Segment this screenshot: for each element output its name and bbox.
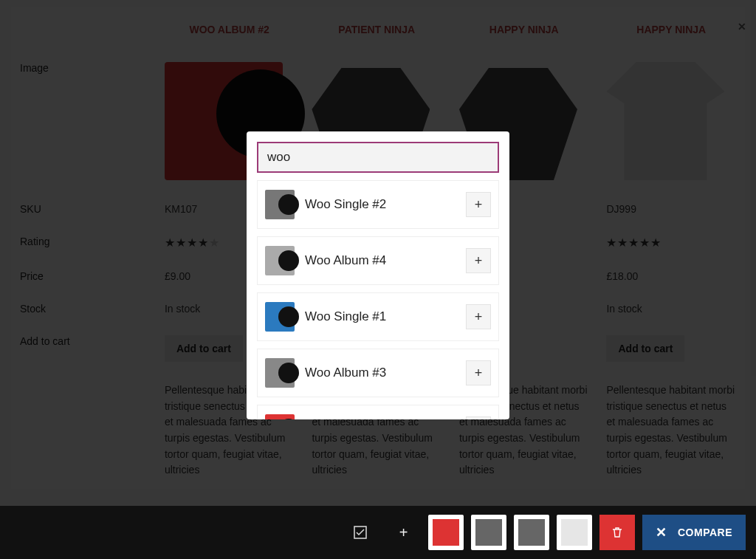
compare-thumb-3[interactable]: [557, 515, 592, 550]
add-result-button-2[interactable]: +: [466, 304, 491, 329]
add-result-button-4[interactable]: +: [466, 416, 491, 419]
search-input[interactable]: [257, 142, 499, 173]
search-result-1[interactable]: Woo Album #4 +: [257, 236, 499, 285]
result-title-2: Woo Single #1: [305, 309, 466, 324]
search-result-0[interactable]: Woo Single #2 +: [257, 180, 499, 229]
close-compare-icon: ✕: [656, 524, 667, 541]
search-result-2[interactable]: Woo Single #1 +: [257, 292, 499, 341]
search-result-4[interactable]: Woo Album #2 +: [257, 405, 499, 419]
result-thumb-0: [265, 190, 295, 219]
compare-thumb-0[interactable]: [428, 515, 464, 550]
add-icon[interactable]: +: [385, 515, 421, 550]
trash-icon[interactable]: [599, 515, 635, 550]
compare-thumb-2[interactable]: [514, 515, 549, 550]
compare-button[interactable]: ✕ COMPARE: [642, 515, 746, 550]
select-all-icon[interactable]: [343, 515, 378, 550]
search-result-3[interactable]: Woo Album #3 +: [257, 349, 499, 397]
result-title-1: Woo Album #4: [305, 253, 466, 268]
compare-bottombar: + ✕ COMPARE: [0, 506, 756, 559]
result-thumb-2: [265, 302, 295, 332]
result-title-0: Woo Single #2: [305, 197, 466, 212]
compare-button-label: COMPARE: [678, 527, 732, 538]
compare-thumb-1[interactable]: [471, 515, 506, 550]
result-title-3: Woo Album #3: [305, 366, 466, 380]
result-thumb-3: [265, 358, 295, 388]
result-thumb-1: [265, 246, 295, 275]
add-result-button-0[interactable]: +: [466, 192, 491, 217]
add-result-button-3[interactable]: +: [466, 360, 491, 385]
add-result-button-1[interactable]: +: [466, 248, 491, 273]
search-results: Woo Single #2 + Woo Album #4 + Woo Singl…: [257, 180, 499, 419]
result-thumb-4: [265, 414, 295, 419]
search-modal: ✕ Woo Single #2 + Woo Album #4 + Woo Sin…: [247, 131, 509, 419]
